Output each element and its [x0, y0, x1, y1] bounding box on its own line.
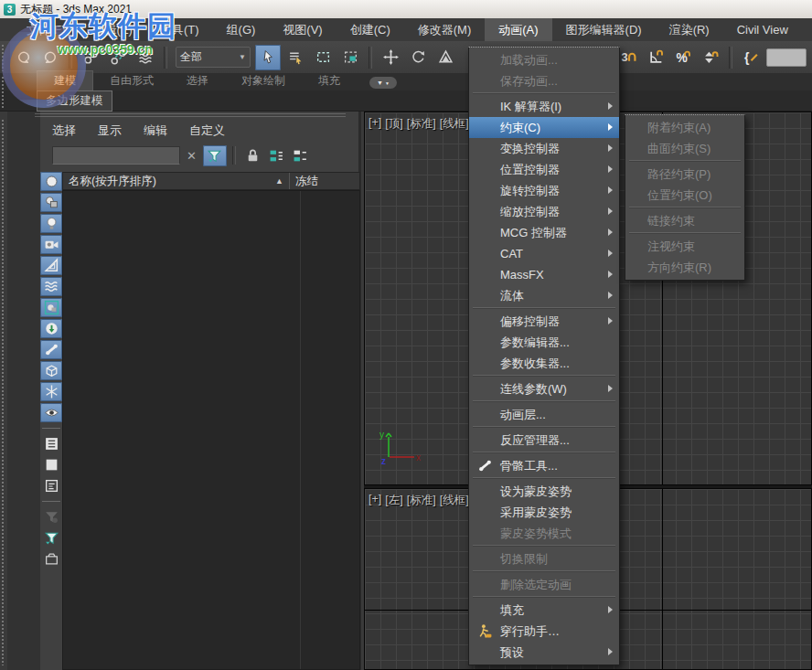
menu-item-连线参数(W)[interactable]: 连线参数(W) — [469, 378, 619, 399]
menu-item-设为蒙皮姿势[interactable]: 设为蒙皮姿势 — [469, 481, 619, 502]
display-bones-button[interactable] — [40, 340, 62, 359]
undo-button[interactable] — [10, 45, 36, 70]
ribbon-grip[interactable] — [1, 76, 5, 109]
menu-item-CAT[interactable]: CAT — [469, 243, 619, 264]
display-groups-button[interactable] — [40, 298, 62, 317]
explorer-grip[interactable] — [1, 119, 5, 665]
explorer-menu-自定义[interactable]: 自定义 — [189, 122, 225, 139]
search-input[interactable] — [52, 146, 180, 165]
ribbon-tab-选择[interactable]: 选择 — [170, 71, 225, 90]
menu-item-变换控制器[interactable]: 变换控制器 — [469, 138, 619, 159]
ribbon-tab-对象绘制[interactable]: 对象绘制 — [225, 71, 302, 90]
display-xrefs-button[interactable] — [40, 319, 62, 338]
filter-settings-button[interactable] — [40, 507, 62, 526]
menu-item-骨骼工具[interactable]: 骨骼工具... — [469, 455, 619, 476]
display-geometry-button[interactable] — [40, 172, 62, 191]
viewport-menu-button[interactable]: [+] — [369, 493, 381, 508]
display-shapes-button[interactable] — [40, 193, 62, 212]
select-and-link-button[interactable] — [78, 45, 103, 70]
ribbon-collapse-button[interactable]: ▼▼ — [369, 77, 397, 89]
window-crossing-button[interactable] — [337, 45, 363, 70]
display-space-warps-button[interactable] — [40, 277, 62, 296]
menubar-item-视图(V)[interactable]: 视图(V) — [269, 18, 336, 41]
selection-filter-dropdown[interactable]: 全部▼ — [176, 47, 251, 68]
spinner-snap-button[interactable] — [698, 45, 723, 70]
view-detail-list-button[interactable] — [40, 476, 62, 495]
menu-item-流体[interactable]: 流体 — [469, 285, 619, 306]
scene-object-list[interactable] — [62, 190, 360, 670]
name-column-header[interactable]: 名称(按升序排序) ▲ — [63, 173, 290, 189]
menu-item-穿行助手[interactable]: 穿行助手… — [469, 621, 619, 642]
angle-snap-button[interactable] — [643, 45, 668, 70]
viewport-shading-label[interactable]: [线框] — [440, 493, 469, 508]
percent-snap-button[interactable]: % — [670, 45, 696, 70]
menu-item-偏移控制器[interactable]: 偏移控制器 — [469, 311, 619, 332]
select-by-name-button[interactable] — [283, 45, 308, 70]
menu-item-参数编辑器[interactable]: 参数编辑器... — [469, 332, 619, 353]
menu-item-约束(C)[interactable]: 约束(C) — [469, 117, 619, 138]
display-visibility-button[interactable] — [40, 403, 62, 422]
clear-search-icon[interactable]: ✕ — [187, 149, 197, 163]
viewport-menu-button[interactable]: [+] — [369, 116, 381, 132]
display-cameras-button[interactable] — [40, 235, 62, 254]
expand-hierarchy-button[interactable] — [265, 145, 289, 166]
select-and-scale-button[interactable] — [433, 45, 458, 70]
explorer-menu-编辑[interactable]: 编辑 — [144, 122, 167, 139]
frozen-column-header[interactable]: 冻结 — [290, 173, 359, 189]
collapse-hierarchy-button[interactable] — [289, 145, 313, 166]
menubar-item-编辑(E)[interactable]: 编辑(E) — [80, 18, 146, 41]
menu-item-缩放控制器[interactable]: 缩放控制器 — [469, 201, 619, 222]
menu-item-位置控制器[interactable]: 位置控制器 — [469, 159, 619, 180]
menu-item-填充[interactable]: 填充 — [469, 600, 619, 621]
display-containers-button[interactable] — [40, 361, 62, 380]
ribbon-tab-自由形式[interactable]: 自由形式 — [93, 71, 170, 90]
menubar-item-自定义(U)[interactable]: 自定义(U) — [802, 18, 812, 41]
rect-selection-region-button[interactable] — [310, 45, 336, 70]
display-helpers-button[interactable] — [40, 256, 62, 275]
select-and-move-button[interactable] — [378, 45, 403, 70]
menubar-item-修改器(M)[interactable]: 修改器(M) — [404, 18, 486, 41]
select-object-button[interactable] — [255, 45, 281, 70]
explorer-menu-选择[interactable]: 选择 — [52, 122, 76, 139]
menubar-item-图形编辑器(D)[interactable]: 图形编辑器(D) — [552, 18, 656, 41]
menu-item-旋转控制器[interactable]: 旋转控制器 — [469, 180, 619, 201]
display-lights-button[interactable] — [40, 214, 62, 233]
lock-selection-button[interactable] — [241, 145, 265, 166]
menu-item-采用蒙皮姿势[interactable]: 采用蒙皮姿势 — [469, 502, 619, 523]
search-filter-button[interactable] — [203, 145, 227, 166]
select-and-rotate-button[interactable] — [405, 45, 431, 70]
menubar-item-组(G)[interactable]: 组(G) — [213, 18, 270, 41]
view-layer-list-button[interactable] — [40, 434, 62, 453]
view-flat-list-button[interactable] — [40, 455, 62, 474]
ribbon-tab-填充[interactable]: 填充 — [302, 71, 357, 90]
explorer-menu-显示[interactable]: 显示 — [98, 122, 122, 139]
menubar-item-创建(C)[interactable]: 创建(C) — [337, 18, 404, 41]
menu-item-预设[interactable]: 预设 — [469, 642, 619, 663]
viewport-style-label[interactable]: [标准] — [407, 493, 436, 508]
edit-named-selection-sets-button[interactable]: { — [738, 45, 764, 70]
redo-button[interactable] — [37, 45, 63, 70]
menu-item-动画层[interactable]: 动画层... — [469, 404, 619, 425]
ribbon-tab-建模[interactable]: 建模 — [37, 70, 93, 90]
menubar-item-动画(A)[interactable]: 动画(A) — [485, 18, 551, 41]
viewport-style-label[interactable]: [标准] — [407, 116, 436, 132]
filter-button[interactable] — [40, 528, 62, 548]
named-selection-field[interactable] — [766, 48, 807, 67]
viewport-pov-label[interactable]: [顶] — [385, 116, 402, 132]
menu-item-反应管理器[interactable]: 反应管理器... — [469, 430, 619, 451]
bind-to-space-warp-button[interactable] — [133, 45, 158, 70]
viewport-pov-label[interactable]: [左] — [385, 493, 402, 508]
toolbar-grip[interactable] — [1, 44, 5, 71]
ribbon-subtab-多边形建模[interactable]: 多边形建模 — [37, 90, 112, 112]
display-particles-button[interactable] — [40, 382, 62, 401]
menubar-item-工具(T)[interactable]: 工具(T) — [146, 18, 213, 41]
menu-item-MassFX[interactable]: MassFX — [469, 264, 619, 285]
menu-item-参数收集器[interactable]: 参数收集器... — [469, 353, 619, 374]
menu-item-MCG 控制器[interactable]: MCG 控制器 — [469, 222, 619, 243]
container-view-button[interactable] — [40, 549, 62, 569]
menu-item-IK 解算器(I)[interactable]: IK 解算器(I) — [469, 96, 619, 117]
explorer-drag-handle[interactable] — [35, 113, 346, 119]
viewport-shading-label[interactable]: [线框] — [440, 116, 469, 132]
menubar-item-Civil View[interactable]: Civil View — [723, 18, 802, 41]
menubar-item-文件(F)[interactable]: 文件(F) — [13, 18, 80, 41]
